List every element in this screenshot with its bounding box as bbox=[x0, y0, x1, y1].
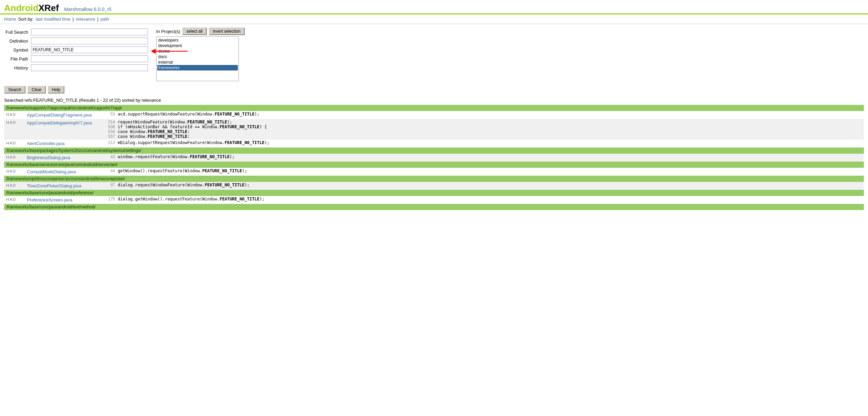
nav-home[interactable]: Home bbox=[4, 17, 16, 22]
nav-bar: Home Sort by: last modified time | relev… bbox=[0, 14, 868, 24]
projects-list[interactable]: developers development device docs exter… bbox=[156, 36, 239, 81]
d-badge[interactable]: D bbox=[13, 141, 15, 145]
filename-link[interactable]: PreferenceScreen.java bbox=[25, 197, 100, 203]
project-item-frameworks[interactable]: frameworks bbox=[157, 65, 238, 70]
table-row: H A D AppCompatDelegateImplV7.java 314 r… bbox=[4, 119, 864, 140]
h-badge[interactable]: H bbox=[6, 112, 9, 117]
filename-link[interactable]: AppCompatDialogFragment.java bbox=[25, 112, 100, 118]
result-path-row: /frameworks/support/v7/appcompat/src/and… bbox=[4, 105, 864, 111]
search-form: Full Search Definition Symbol bbox=[4, 28, 149, 81]
filename-link[interactable]: CompatModeDialog.java bbox=[25, 168, 100, 175]
h-badge[interactable]: H bbox=[6, 120, 9, 124]
result-path-link[interactable]: /frameworks/opt/timezonepicker/src/com/a… bbox=[6, 176, 125, 181]
result-path-row: /frameworks/base/core/java/android/prefe… bbox=[4, 190, 864, 196]
red-arrow-annotation bbox=[151, 48, 189, 55]
filename-link[interactable]: BrightnessDialog.java bbox=[25, 154, 100, 161]
table-row: H A D TimeZonePickerDialog.java 97 dialo… bbox=[4, 182, 864, 190]
project-item-external[interactable]: external bbox=[157, 59, 238, 65]
hla-badges: H A D bbox=[4, 140, 25, 146]
h-badge[interactable]: H bbox=[6, 169, 9, 173]
line-entry: 43 window.requestFeature(Window.FEATURE_… bbox=[100, 154, 864, 159]
a-badge[interactable]: A bbox=[10, 197, 12, 201]
projects-header: In Project(s) select all invert selectio… bbox=[156, 28, 245, 35]
h-badge[interactable]: H bbox=[6, 197, 9, 201]
nav-sort-path[interactable]: path bbox=[100, 17, 109, 22]
line-code: window.requestFeature(Window.FEATURE_NO_… bbox=[118, 154, 235, 159]
help-button[interactable]: Help bbox=[48, 86, 65, 94]
history-label: History bbox=[4, 63, 30, 72]
file-lines: 44 getWindow().requestFeature(Window.FEA… bbox=[100, 168, 864, 173]
a-badge[interactable]: A bbox=[10, 120, 12, 124]
h-badge[interactable]: H bbox=[6, 183, 9, 187]
history-input[interactable] bbox=[31, 64, 148, 71]
result-path-row: /frameworks/base/packages/SystemUI/src/c… bbox=[4, 147, 864, 154]
in-projects-label: In Project(s) bbox=[156, 29, 180, 34]
d-badge[interactable]: D bbox=[13, 169, 15, 173]
table-row: H A D AppCompatDialogFragment.java 53 ac… bbox=[4, 111, 864, 119]
invert-selection-button[interactable]: invert selection bbox=[209, 28, 245, 35]
project-item-docs[interactable]: docs bbox=[157, 54, 238, 59]
file-lines: 175 dialog.getWindow().requestFeature(Wi… bbox=[100, 197, 864, 201]
line-code: getWindow().requestFeature(Window.FEATUR… bbox=[118, 168, 247, 173]
line-code: dialog.getWindow().requestFeature(Window… bbox=[118, 197, 264, 201]
line-entry: 557 case Window.FEATURE_NO_TITLE: bbox=[100, 134, 864, 139]
hla-badges: H A D bbox=[4, 183, 25, 188]
line-number: 314 bbox=[100, 120, 118, 124]
file-lines: 53 acd.supportRequestWindowFeature(Windo… bbox=[100, 112, 864, 117]
filename-link[interactable]: AlertController.java bbox=[25, 140, 100, 147]
line-entry: 508 if (mHasActionBar && featureId == Wi… bbox=[100, 124, 864, 129]
result-path-link[interactable]: /frameworks/support/v7/appcompat/src/and… bbox=[6, 106, 122, 110]
result-path-link[interactable]: /frameworks/base/packages/SystemUI/src/c… bbox=[6, 148, 141, 153]
a-badge[interactable]: A bbox=[10, 169, 12, 173]
line-entry: 97 dialog.requestWindowFeature(Window.FE… bbox=[100, 183, 864, 187]
file-lines: 97 dialog.requestWindowFeature(Window.FE… bbox=[100, 183, 864, 187]
select-all-button[interactable]: select all bbox=[182, 28, 207, 35]
line-code: requestWindowFeature(Window.FEATURE_NO_T… bbox=[118, 120, 232, 124]
line-number: 43 bbox=[100, 154, 118, 159]
h-badge[interactable]: H bbox=[6, 141, 9, 145]
line-entry: 44 getWindow().requestFeature(Window.FEA… bbox=[100, 168, 864, 173]
d-badge[interactable]: D bbox=[13, 112, 15, 117]
definition-input[interactable] bbox=[31, 37, 148, 44]
nav-sep-2: | bbox=[97, 17, 98, 22]
a-badge[interactable]: A bbox=[10, 183, 12, 187]
a-badge[interactable]: A bbox=[10, 141, 12, 145]
line-entry: 175 dialog.getWindow().requestFeature(Wi… bbox=[100, 197, 864, 201]
nav-sep-1: | bbox=[73, 17, 74, 22]
line-number: 53 bbox=[100, 112, 118, 117]
file-lines: 43 window.requestFeature(Window.FEATURE_… bbox=[100, 154, 864, 159]
filename-link[interactable]: TimeZonePickerDialog.java bbox=[25, 183, 100, 189]
a-badge[interactable]: A bbox=[10, 112, 12, 117]
clear-button[interactable]: Clear bbox=[28, 86, 46, 94]
hla-badges: H A D bbox=[4, 168, 25, 174]
d-badge[interactable]: D bbox=[13, 197, 15, 201]
symbol-input[interactable] bbox=[31, 46, 148, 53]
d-badge[interactable]: D bbox=[13, 155, 15, 159]
result-path-row: /frameworks/base/services/core/java/com/… bbox=[4, 162, 864, 168]
definition-label: Definition bbox=[4, 36, 30, 45]
line-code: acd.supportRequestWindowFeature(Window.F… bbox=[118, 112, 260, 117]
full-search-input[interactable] bbox=[31, 29, 148, 35]
logo-version: Marshmallow 6.0.0_r5 bbox=[64, 7, 112, 12]
results-title: Searched refs:FEATURE_NO_TITLE (Results … bbox=[4, 98, 864, 103]
line-number: 44 bbox=[100, 168, 118, 173]
result-path-link[interactable]: /frameworks/base/core/java/android/prefe… bbox=[6, 190, 94, 195]
d-badge[interactable]: D bbox=[13, 183, 15, 187]
search-section: Full Search Definition Symbol bbox=[0, 24, 868, 85]
symbol-label: Symbol bbox=[4, 45, 30, 54]
filename-link[interactable]: AppCompatDelegateImplV7.java bbox=[25, 120, 100, 126]
hla-badges: H A D bbox=[4, 120, 25, 125]
project-item-developers[interactable]: developers bbox=[157, 37, 238, 43]
nav-sort-relevance[interactable]: relevance bbox=[76, 17, 95, 22]
h-badge[interactable]: H bbox=[6, 155, 9, 159]
file-path-input[interactable] bbox=[31, 55, 148, 62]
d-badge[interactable]: D bbox=[13, 120, 15, 124]
result-path-link[interactable]: /frameworks/base/core/java/android/text/… bbox=[6, 205, 95, 209]
search-button[interactable]: Search bbox=[4, 86, 25, 94]
hla-badges: H A D bbox=[4, 197, 25, 202]
nav-sort-date[interactable]: last modified time bbox=[35, 17, 70, 22]
hla-badges: H A D bbox=[4, 112, 25, 117]
file-lines: 213 mDialog.supportRequestWindowFeature(… bbox=[100, 140, 864, 145]
result-path-link[interactable]: /frameworks/base/services/core/java/com/… bbox=[6, 162, 117, 167]
a-badge[interactable]: A bbox=[10, 155, 12, 159]
